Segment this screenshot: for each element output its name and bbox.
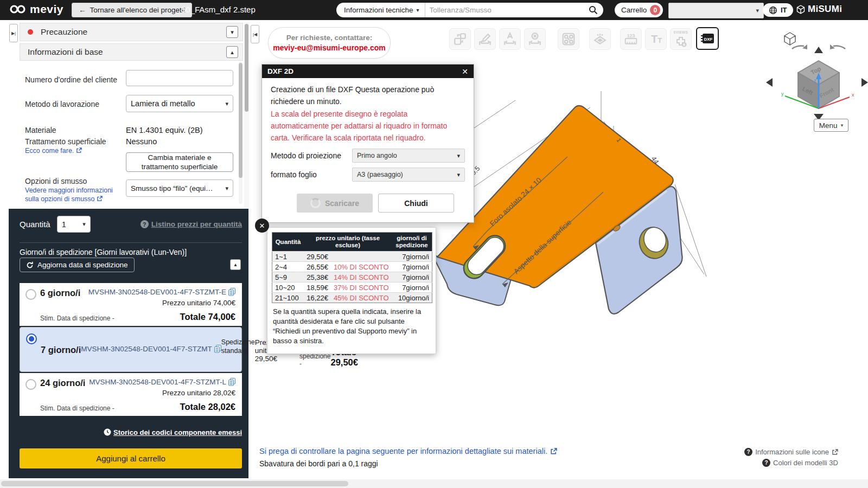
qty-range: 5~9 xyxy=(272,272,304,282)
shipping-radio[interactable] xyxy=(26,333,37,344)
projection-method-select[interactable]: Primo angolo ▾ xyxy=(352,149,465,163)
dxf-dialog-body-text: Creazione di un file DXF Questa operazio… xyxy=(271,84,465,107)
basic-info-toggle-button[interactable]: ▴ xyxy=(226,46,238,58)
rotate-left-button[interactable] xyxy=(766,78,773,87)
rotate-right-arrowhead xyxy=(802,44,807,49)
clock-icon xyxy=(104,428,111,436)
materials-info-link[interactable]: Si prega di controllare la pagina seguen… xyxy=(259,447,557,455)
price-list-link[interactable]: Listino prezzi per quantità xyxy=(151,220,242,228)
six-views-download-icon-button[interactable]: 6VIEWS xyxy=(670,28,692,50)
ship-days-cell: 7giorno/i xyxy=(392,262,432,272)
search-icon[interactable] xyxy=(589,5,603,15)
section-precaution: Precauzione ▾ xyxy=(20,23,243,41)
chevron-down-icon: ▾ xyxy=(841,123,844,128)
discount-cell: 37% DI SCONTO xyxy=(331,282,392,293)
rotate-up-button[interactable] xyxy=(814,47,823,53)
rotate-right-icon[interactable] xyxy=(792,46,804,49)
dxf-dialog: DXF 2D ✕ Creazione di un file DXF Questa… xyxy=(261,64,474,223)
ship-days-cell: 10giorno/i xyxy=(392,293,432,303)
basic-info-label: Informazioni di base xyxy=(28,47,103,57)
sheet-format-select[interactable]: A3 (paesaggio) ▾ xyxy=(352,168,465,182)
axis-y-label: y xyxy=(781,91,784,97)
back-to-projects-button[interactable]: ← Tornare all'elenco dei progetti xyxy=(72,3,192,17)
delete-dimension-icon-button[interactable] xyxy=(524,28,546,50)
update-shipping-button[interactable]: Aggiorna data di spedizione xyxy=(20,258,135,272)
rotate-left-icon[interactable] xyxy=(833,46,845,49)
hole-edit-icon-button[interactable] xyxy=(558,28,579,50)
replace-view-icon-button[interactable] xyxy=(449,28,471,50)
misumi-logo[interactable]: MiSUMi xyxy=(796,4,842,15)
unit-price-cell: 18,59€ xyxy=(304,282,331,293)
project-dropdown[interactable]: ▾ xyxy=(668,3,764,18)
quantity-price-table: Quantità prezzo unitario (tasse escluse)… xyxy=(272,232,432,303)
shipping-collapse-button[interactable]: ▴ xyxy=(230,259,241,270)
cart-button[interactable]: Carrello 0 xyxy=(615,3,663,17)
cube-view-icon[interactable] xyxy=(784,33,795,45)
view-menu-button[interactable]: Menu ▾ xyxy=(814,119,848,132)
contact-email-link[interactable]: meviy-eu@misumi-europe.com xyxy=(273,43,385,52)
machining-method-select[interactable]: Lamiera di metallo ▾ xyxy=(126,95,233,112)
model-colors-link[interactable]: ? Colori dei modelli 3D xyxy=(744,459,838,467)
axis-x-label: x xyxy=(852,92,854,98)
how-to-link[interactable]: Ecco come fare. xyxy=(25,146,82,155)
axis-z-label: z xyxy=(814,78,816,84)
chamfer-value: Smusso tipo “filo” (equi… xyxy=(131,184,213,192)
dxf-dialog-warning-text: La scala del presente disegno è regolata… xyxy=(271,108,465,144)
price-popup-note: Se la quantità supera quella indicata, i… xyxy=(273,307,430,346)
add-to-cart-button[interactable]: Aggiungi al carrello xyxy=(20,448,242,468)
price-table-row: 21~10016,22€45% DI SCONTO10giorno/i xyxy=(272,293,432,303)
dialog-close-icon[interactable]: ✕ xyxy=(462,67,468,76)
copy-icon[interactable] xyxy=(228,288,235,296)
unit-price: Prezzo unitario 74,00€ xyxy=(162,299,235,307)
shipping-option[interactable]: 6 giorno/iMVSHM-3N02548-DEV001-4F7-STZMT… xyxy=(20,283,242,326)
precaution-toggle-button[interactable]: ▾ xyxy=(226,26,238,38)
close-button[interactable]: Chiudi xyxy=(378,194,454,213)
form-scrollbar[interactable] xyxy=(239,62,242,204)
deburr-note: Sbavatura dei bordi pari a 0,1 raggi xyxy=(259,459,557,468)
search-input[interactable] xyxy=(425,6,589,14)
sidebar-expand-handle[interactable]: ▶| xyxy=(9,24,18,42)
measurement-icon-button[interactable]: 123 xyxy=(620,28,642,50)
icons-info-link[interactable]: ? Informazioni sulle icone xyxy=(744,448,838,456)
chamfer-select[interactable]: Smusso tipo “filo” (equi… ▾ xyxy=(126,179,233,197)
chamfer-info-link[interactable]: Vedere maggiori informazioni sulla opzio… xyxy=(25,186,113,204)
text-annotation-icon-button[interactable]: TT xyxy=(645,28,667,50)
material-value: EN 1.4301 equiv. (2B) xyxy=(126,126,203,134)
brand-text: MiSUMi xyxy=(808,4,842,15)
edit-dimension-icon-button[interactable] xyxy=(474,28,496,50)
deburring-icon-button[interactable] xyxy=(589,28,611,50)
svg-text:T: T xyxy=(651,33,658,45)
chevron-down-icon: ▾ xyxy=(417,7,419,13)
copy-icon[interactable] xyxy=(214,345,221,353)
horizontal-scrollbar[interactable] xyxy=(0,479,868,488)
meviy-logo[interactable]: meviy xyxy=(9,3,63,16)
order-number-input[interactable] xyxy=(126,70,233,86)
quantity-value: 1 xyxy=(62,220,66,229)
shipping-option[interactable]: 7 giorno/iMVSHM-3N02548-DEV001-4F7-STZMT… xyxy=(20,327,242,372)
shipping-option[interactable]: 24 giorno/iMVSHM-3N02548-DEV001-4F7-STZM… xyxy=(20,373,242,416)
unit-price: Prezzo unitario 28,02€ xyxy=(162,389,235,397)
quantity-select[interactable]: 1 ▾ xyxy=(57,216,91,233)
shipping-radio[interactable] xyxy=(25,379,36,390)
shipping-radio[interactable] xyxy=(25,289,36,300)
rotate-right-button[interactable] xyxy=(861,78,868,87)
part-number-history-link[interactable]: Storico dei codici componente emessi xyxy=(113,428,242,436)
discount-cell: 10% DI SCONTO xyxy=(331,262,392,272)
language-button[interactable]: IT xyxy=(763,3,793,17)
col-unit-price: prezzo unitario (tasse escluse) xyxy=(304,233,392,252)
copy-icon[interactable] xyxy=(228,378,235,386)
search-category-dropdown[interactable]: Informazioni tecniche ▾ xyxy=(336,3,425,17)
search-bar: Informazioni tecniche ▾ xyxy=(336,3,603,17)
sidebar-collapse-handle[interactable]: |◀ xyxy=(251,25,259,43)
surface-treatment-label: Trattamento superficiale xyxy=(25,137,106,146)
dxf-download-icon-button[interactable]: DXF xyxy=(696,27,719,50)
change-material-button[interactable]: Cambia materiale e trattamento superfici… xyxy=(126,152,233,172)
download-button[interactable]: Scaricare xyxy=(297,194,373,213)
text-dimension-icon-button[interactable] xyxy=(499,28,521,50)
qty-range: 1~1 xyxy=(272,252,304,262)
dxf-dialog-titlebar[interactable]: DXF 2D ✕ xyxy=(262,65,474,78)
question-icon: ? xyxy=(762,459,770,467)
divider xyxy=(20,242,242,243)
price-popup-close-icon[interactable]: ✕ xyxy=(255,219,269,233)
six-views-caption: 6VIEWS xyxy=(671,30,691,34)
